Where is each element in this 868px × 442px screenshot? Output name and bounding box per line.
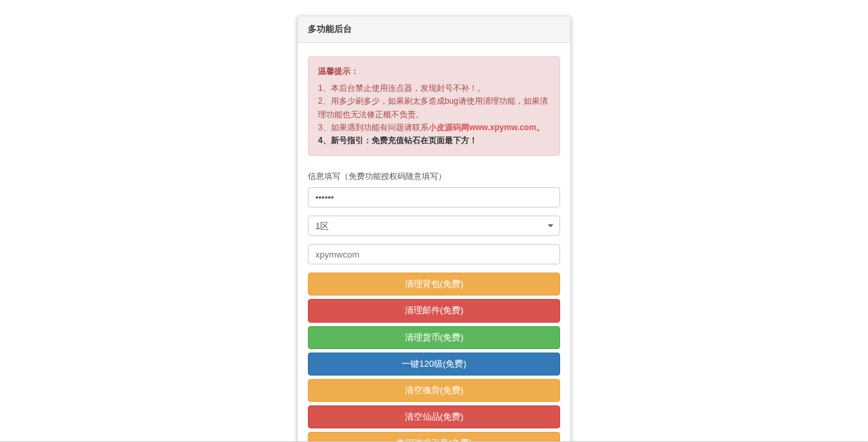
alert-title: 温馨提示： [318,65,550,78]
form-section-label: 信息填写（免费功能授权码随意填写） [308,171,560,182]
panel-title: 多功能后台 [298,16,570,43]
password-input[interactable] [308,187,560,207]
alert-line-1: 1、本后台禁止使用连点器，发现封号不补！。 [318,83,486,93]
action-button-0[interactable]: 清理背包(免费) [308,273,560,296]
action-button-1[interactable]: 清理邮件(免费) [308,299,560,322]
action-button-5[interactable]: 清空仙品(免费) [308,405,560,428]
panel-body: 温馨提示： 1、本后台禁止使用连点器，发现封号不补！。 2、用多少刷多少，如果刷… [298,43,570,442]
page: 多功能后台 温馨提示： 1、本后台禁止使用连点器，发现封号不补！。 2、用多少刷… [0,0,868,442]
action-button-4[interactable]: 清空魂骨(免费) [308,379,560,402]
zone-select-wrap: 1区 [308,216,560,236]
action-button-6[interactable]: 关闭游戏引导(免费) [308,432,560,442]
action-button-2[interactable]: 清理货币(免费) [308,326,560,349]
alert-line-2: 2、用多少刷多少，如果刷太多造成bug请使用清理功能，如果清理功能也无法修正概不… [318,96,548,119]
alert-line-4: 4、新号指引：免费充值钻石在页面最下方！ [318,136,477,145]
action-button-3[interactable]: 一键120级(免费) [308,353,560,376]
alert-line-3-highlight: 小皮源码网www.xpymw.com。 [429,123,545,132]
main-panel: 多功能后台 温馨提示： 1、本后台禁止使用连点器，发现封号不补！。 2、用多少刷… [297,16,571,442]
zone-select[interactable]: 1区 [308,216,560,236]
button-stack: 清理背包(免费)清理邮件(免费)清理货币(免费)一键120级(免费)清空魂骨(免… [308,273,560,442]
alert-tips: 温馨提示： 1、本后台禁止使用连点器，发现封号不补！。 2、用多少刷多少，如果刷… [308,56,560,156]
alert-line-3-prefix: 3、如果遇到功能有问题请联系 [318,123,429,132]
auth-code-input[interactable] [308,244,560,264]
